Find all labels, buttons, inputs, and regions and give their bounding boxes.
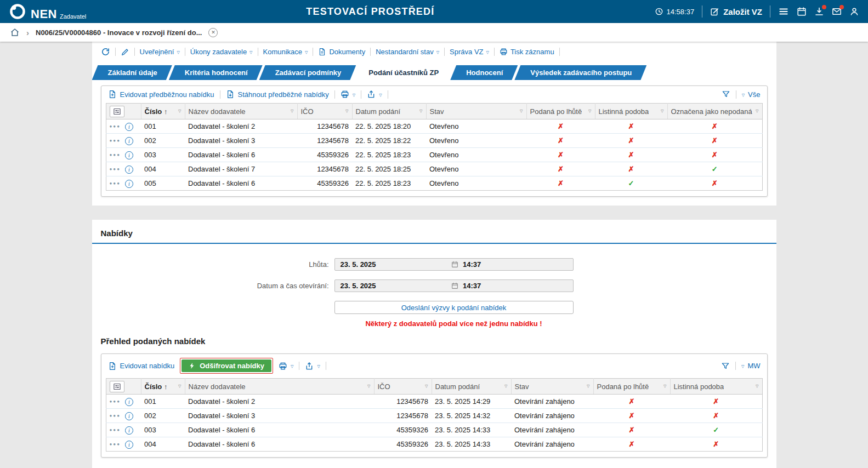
print-grid-button[interactable]: ▽ — [279, 362, 293, 370]
column-header-date[interactable]: Datum podání▽ — [352, 104, 426, 119]
column-settings-icon[interactable] — [110, 106, 124, 117]
row-info-icon[interactable]: i — [125, 137, 133, 145]
row-info-icon[interactable]: i — [125, 398, 133, 406]
menu-ukony-zadavatele[interactable]: Úkony zadavatele ▽ — [190, 48, 253, 56]
tab-zakladni-udaje[interactable]: Základní údaje — [92, 65, 172, 80]
send-call-for-offers-button[interactable]: Odeslání výzvy k podání nabídek — [334, 301, 574, 314]
tab-vysledek-zadavaciho-postupu[interactable]: Výsledek zadávacího postupu — [514, 65, 646, 80]
column-header-num[interactable]: Číslo ↑▽ — [141, 104, 185, 119]
filter-caret-icon[interactable]: ▽ — [419, 109, 422, 113]
column-header-not_submitted[interactable]: Označena jako nepodaná▽ — [667, 104, 762, 119]
calendar-button[interactable] — [797, 7, 807, 16]
row-actions-icon[interactable]: ●●● — [110, 442, 121, 447]
filter-caret-icon[interactable]: ▽ — [663, 384, 666, 389]
row-info-icon[interactable]: i — [125, 123, 133, 131]
row-info-icon[interactable]: i — [125, 412, 133, 420]
view-selector-vse[interactable]: ▽ Vše — [742, 90, 761, 99]
tab-kriteria-hodnoceni[interactable]: Kritéria hodnocení — [169, 65, 263, 80]
row-info-icon[interactable]: i — [125, 165, 133, 174]
tab-hodnoceni[interactable]: Hodnocení — [450, 65, 518, 80]
export-grid-button[interactable]: ▽ — [305, 362, 320, 370]
row-actions-icon[interactable]: ●●● — [110, 167, 121, 172]
print-grid-button[interactable]: ▽ — [341, 90, 355, 99]
menu-uverejneni[interactable]: Uveřejnění ▽ — [140, 48, 180, 56]
row-info-icon[interactable]: i — [125, 441, 133, 449]
odsifrovat-nabidky-button[interactable]: Odšifrovat nabídky — [181, 359, 271, 372]
filter-caret-icon[interactable]: ▽ — [587, 384, 589, 389]
cell-paper: ✗ — [595, 134, 667, 148]
column-header-paper[interactable]: Listinná podoba▽ — [670, 379, 762, 395]
filter-caret-icon[interactable]: ▽ — [661, 109, 663, 113]
filter-caret-icon[interactable]: ▽ — [291, 109, 293, 113]
filter-caret-icon[interactable]: ▽ — [756, 384, 758, 389]
export-grid-button[interactable]: ▽ — [367, 90, 382, 99]
row-info-icon[interactable]: i — [125, 426, 133, 435]
close-record-button[interactable]: ✕ — [208, 28, 218, 37]
column-settings-icon[interactable] — [110, 381, 124, 392]
menu-komunikace[interactable]: Komunikace ▽ — [263, 48, 308, 56]
cross-icon: ✗ — [712, 136, 718, 145]
downloads-button[interactable] — [814, 7, 824, 16]
profile-button[interactable] — [849, 7, 859, 16]
row-actions-icon[interactable]: ●●● — [110, 153, 121, 158]
column-header-late[interactable]: Podaná po lhůtě▽ — [526, 104, 595, 119]
create-vz-button[interactable]: Založit VZ — [710, 7, 762, 16]
row-actions-icon[interactable]: ●●● — [110, 181, 121, 186]
opening-date-field[interactable]: 23. 5. 2025 — [335, 282, 452, 290]
calendar-icon[interactable] — [451, 282, 458, 289]
filter-caret-icon[interactable]: ▽ — [520, 109, 523, 113]
tab-podani-ucastniku-zp[interactable]: Podání účastníků ZP — [353, 65, 453, 80]
row-actions-icon[interactable]: ●●● — [110, 428, 121, 433]
filter-button[interactable] — [722, 90, 730, 99]
filter-caret-icon[interactable]: ▽ — [178, 109, 181, 113]
opening-time-field[interactable]: 14:37 — [458, 282, 573, 290]
history-button[interactable] — [101, 47, 110, 56]
column-header-name[interactable]: Název dodavatele▽ — [185, 104, 297, 119]
main-menu-button[interactable] — [778, 6, 789, 17]
filter-caret-icon[interactable]: ▽ — [345, 109, 348, 113]
column-header-status[interactable]: Stav▽ — [426, 104, 526, 119]
home-button[interactable] — [10, 27, 20, 37]
calendar-icon[interactable] — [451, 261, 458, 268]
tab-zadavaci-podminky[interactable]: Zadávací podmínky — [259, 65, 356, 80]
deadline-time-field[interactable]: 14:37 — [458, 260, 573, 269]
evidovat-nabidku-button[interactable]: Evidovat nabídku — [108, 362, 175, 370]
column-header-paper[interactable]: Listinná podoba▽ — [595, 104, 667, 119]
menu-tisk-zaznamu[interactable]: Tisk záznamu — [500, 48, 554, 56]
menu-sprava-vz[interactable]: Správa VZ ▽ — [450, 48, 489, 56]
row-actions-icon[interactable]: ●●● — [110, 399, 121, 404]
menu-nestandardni-stav[interactable]: Nestandardní stav ▽ — [376, 48, 439, 56]
column-header-name[interactable]: Název dodavatele▽ — [185, 379, 374, 395]
column-header-num[interactable]: Číslo ↑▽ — [141, 379, 185, 395]
filter-caret-icon[interactable]: ▽ — [178, 384, 181, 389]
column-header-ico[interactable]: IČO▽ — [297, 104, 352, 119]
row-info-icon[interactable]: i — [125, 180, 133, 188]
messages-button[interactable] — [832, 7, 842, 16]
breadcrumb-record[interactable]: N006/25/V00004860 - Inovace v rozvoji ří… — [36, 28, 202, 37]
filter-button[interactable] — [721, 362, 730, 370]
preliminary-offers-table: Číslo ↑▽Název dodavatele▽IČO▽Datum podán… — [106, 103, 763, 191]
row-actions-icon[interactable]: ●●● — [110, 139, 121, 144]
filter-caret-icon[interactable]: ▽ — [367, 384, 370, 389]
row-actions-icon[interactable]: ●●● — [110, 124, 121, 129]
export-icon — [367, 90, 376, 99]
brand-name: NEN — [31, 8, 57, 20]
column-header-status[interactable]: Stav▽ — [511, 379, 593, 395]
filter-caret-icon[interactable]: ▽ — [588, 109, 591, 113]
edit-record-button[interactable] — [121, 48, 129, 56]
filter-caret-icon[interactable]: ▽ — [425, 384, 428, 389]
deadline-date-field[interactable]: 23. 5. 2025 — [335, 260, 452, 269]
stahnout-predbezne-nabidky-button[interactable]: Stáhnout předběžné nabídky — [226, 90, 329, 99]
column-header-date[interactable]: Datum podání▽ — [432, 379, 511, 395]
evidovat-predbeznou-nabidku-button[interactable]: Evidovat předběžnou nabídku — [108, 90, 214, 99]
column-header-ico[interactable]: IČO▽ — [374, 379, 432, 395]
filter-caret-icon[interactable]: ▽ — [756, 109, 758, 113]
row-info-icon[interactable]: i — [125, 151, 133, 159]
nen-brand[interactable]: NEN Zadavatel — [9, 3, 86, 20]
cell-ico: 12345678 — [297, 119, 352, 134]
view-selector-mw[interactable]: ▽ MW — [741, 362, 761, 370]
menu-dokumenty[interactable]: Dokumenty — [318, 48, 365, 56]
filter-caret-icon[interactable]: ▽ — [504, 384, 507, 389]
row-actions-icon[interactable]: ●●● — [110, 414, 121, 419]
column-header-late[interactable]: Podaná po lhůtě▽ — [593, 379, 670, 395]
